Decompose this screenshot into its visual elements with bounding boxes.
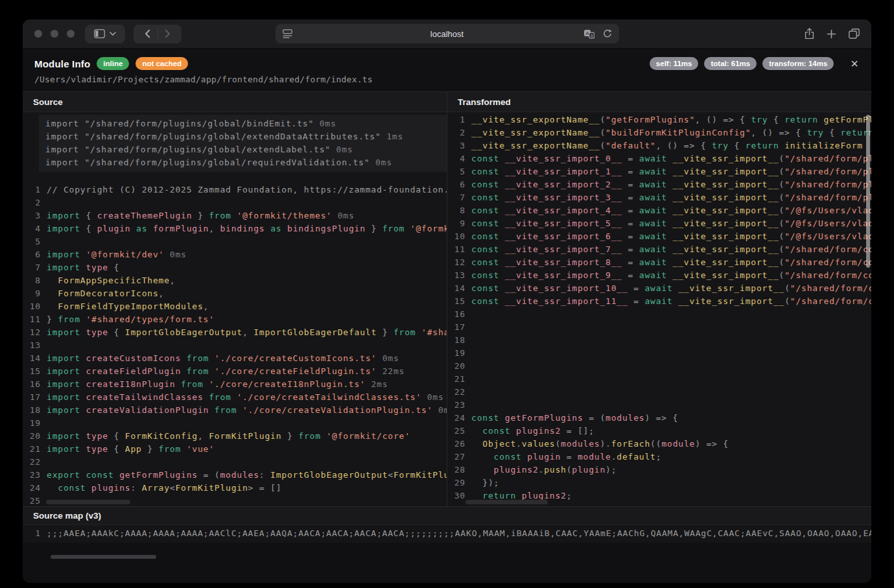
close-window-button[interactable]	[34, 30, 42, 38]
line-number: 21	[23, 443, 41, 456]
code-line: 17import createTailwindClasses from './c…	[23, 391, 447, 404]
line-number: 6	[447, 178, 465, 191]
line-number: 9	[447, 217, 465, 230]
address-bar[interactable]: localhost Aa	[276, 24, 619, 43]
code-line: 23	[447, 399, 871, 412]
svg-text:a: a	[590, 32, 593, 37]
code-line: 22	[23, 456, 447, 469]
line-number: 13	[447, 269, 465, 282]
code-line: 2__vite_ssr_exportName__("buildFormKitPl…	[447, 126, 871, 139]
code-line: 25 const plugins2 = [];	[447, 425, 871, 438]
source-panel: Source import "/shared/form/plugins/glob…	[23, 92, 447, 506]
line-number: 20	[23, 430, 41, 443]
timing-total: total: 61ms	[704, 57, 757, 70]
code-panels: Source import "/shared/form/plugins/glob…	[23, 91, 871, 507]
code-line: 1;;;AAEA;AAAkC;AAAA;AAAA;AAAA;AAClC;AAEA…	[23, 527, 871, 540]
line-number: 12	[447, 256, 465, 269]
transformed-vertical-scrollbar[interactable]	[866, 115, 870, 268]
line-number: 10	[447, 230, 465, 243]
line-number: 6	[23, 248, 41, 261]
code-line: 4import { plugin as formPlugin, bindings…	[23, 222, 447, 235]
code-line: 7const __vite_ssr_import_3__ = await __v…	[447, 191, 871, 204]
code-line: 24 const plugins: Array<FormKitPlugin> =…	[23, 482, 447, 495]
source-dep-import: import "/shared/form/plugins/global/exte…	[45, 130, 440, 143]
close-icon[interactable]: ×	[851, 57, 858, 70]
line-number: 23	[447, 399, 465, 412]
line-number: 23	[23, 469, 41, 482]
line-number: 24	[447, 412, 465, 425]
code-line: 20	[447, 360, 871, 373]
line-number: 1	[23, 183, 41, 196]
code-line: 26 Object.values(modules).forEach((modul…	[447, 438, 871, 451]
sidebar-toggle-button[interactable]	[85, 25, 125, 43]
line-number: 24	[23, 482, 41, 495]
line-number: 3	[447, 139, 465, 152]
code-line: 6const __vite_ssr_import_2__ = await __v…	[447, 178, 871, 191]
code-line: 1// Copyright (C) 2012-2025 Zammad Found…	[23, 183, 447, 196]
line-number: 11	[447, 243, 465, 256]
zoom-window-button[interactable]	[67, 30, 75, 38]
code-line: 20import type { FormKitConfig, FormKitPl…	[23, 430, 447, 443]
address-bar-actions: Aa	[583, 29, 612, 39]
source-code-area[interactable]: import "/shared/form/plugins/global/bind…	[23, 112, 447, 506]
line-number: 1	[23, 527, 41, 540]
screen: localhost Aa	[0, 0, 894, 588]
code-line: 9 FormDecoratorIcons,	[23, 287, 447, 300]
code-line: 5	[23, 235, 447, 248]
code-line: 29 });	[447, 476, 871, 489]
line-number: 20	[447, 360, 465, 373]
code-line: 15const __vite_ssr_import_11__ = await _…	[447, 295, 871, 308]
code-line: 5const __vite_ssr_import_1__ = await __v…	[447, 165, 871, 178]
url-text: localhost	[276, 29, 619, 39]
transformed-horizontal-scrollbar[interactable]	[465, 500, 548, 504]
line-number: 27	[447, 451, 465, 464]
code-line: 21import type { App } from 'vue'	[23, 443, 447, 456]
sourcemap-horizontal-scrollbar[interactable]	[51, 555, 156, 559]
back-button[interactable]	[138, 25, 158, 43]
line-number: 25	[23, 495, 41, 506]
source-dep-import: import "/shared/form/plugins/global/bind…	[45, 117, 440, 130]
share-icon[interactable]	[805, 28, 814, 40]
code-line: 8 FormAppSpecificTheme,	[23, 274, 447, 287]
line-number: 22	[447, 386, 465, 399]
code-line: 21	[447, 373, 871, 386]
code-line: 8const __vite_ssr_import_4__ = await __v…	[447, 204, 871, 217]
window-controls	[34, 30, 75, 38]
line-number: 1	[447, 113, 465, 126]
code-line: 27 const plugin = module.default;	[447, 451, 871, 464]
new-tab-icon[interactable]	[827, 29, 836, 39]
code-line: 12import type { ImportGlobEagerOutput, I…	[23, 326, 447, 339]
reload-icon[interactable]	[602, 29, 612, 39]
timing-self: self: 11ms	[650, 57, 699, 70]
minimize-window-button[interactable]	[51, 30, 58, 38]
line-number: 26	[447, 438, 465, 451]
transformed-code-lines: 1__vite_ssr_exportName__("getFormPlugins…	[447, 113, 871, 502]
line-number: 16	[447, 308, 465, 321]
code-line: 4const __vite_ssr_import_0__ = await __v…	[447, 152, 871, 165]
transformed-code-area[interactable]: 1__vite_ssr_exportName__("getFormPlugins…	[447, 112, 871, 506]
line-number: 22	[23, 456, 41, 469]
line-number: 16	[23, 378, 41, 391]
forward-button[interactable]	[158, 25, 178, 43]
code-line: 2	[23, 196, 447, 209]
source-horizontal-scrollbar[interactable]	[46, 500, 130, 504]
line-number: 5	[23, 235, 41, 248]
line-number: 13	[23, 339, 41, 352]
reader-mode-icon[interactable]	[283, 29, 292, 38]
toolbar-right-actions	[805, 28, 860, 40]
line-number: 14	[23, 352, 41, 365]
code-line: 19	[23, 417, 447, 430]
translate-icon[interactable]: Aa	[583, 29, 594, 39]
line-number: 8	[23, 274, 41, 287]
transformed-panel: Transformed 1__vite_ssr_exportName__("ge…	[447, 92, 871, 506]
browser-toolbar: localhost Aa	[23, 19, 871, 49]
sourcemap-title: Source map (v3)	[23, 507, 871, 525]
tab-overview-icon[interactable]	[849, 29, 860, 39]
sourcemap-line: 1;;;AAEA;AAAkC;AAAA;AAAA;AAAA;AAClC;AAEA…	[23, 525, 871, 543]
code-line: 19	[447, 347, 871, 360]
line-number: 19	[447, 347, 465, 360]
timing-transform: transform: 14ms	[762, 57, 834, 70]
line-number: 17	[23, 391, 41, 404]
transformed-panel-title: Transformed	[447, 92, 871, 112]
code-line: 18import createValidationPlugin from './…	[23, 404, 447, 417]
